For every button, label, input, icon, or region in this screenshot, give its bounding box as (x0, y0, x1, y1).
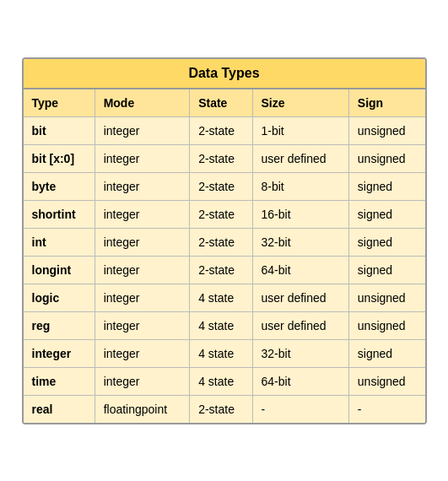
cell-size: 64-bit (252, 256, 348, 284)
cell-type: time (24, 367, 95, 395)
cell-type: longint (24, 256, 95, 284)
header-size: Size (252, 89, 348, 117)
cell-type: real (24, 395, 95, 423)
cell-sign: signed (348, 256, 424, 284)
cell-mode: integer (94, 116, 190, 144)
cell-size: - (252, 395, 348, 423)
cell-size: 8-bit (252, 172, 348, 200)
cell-sign: signed (348, 228, 424, 256)
cell-state: 4 state (190, 284, 252, 311)
cell-type: bit (24, 116, 95, 144)
table-row: byteinteger2-state8-bitsigned (24, 172, 425, 200)
cell-state: 2-state (190, 172, 252, 200)
table-row: reginteger4 stateuser definedunsigned (24, 311, 425, 339)
table-row: realfloatingpoint2-state-- (24, 395, 425, 423)
table-row: timeinteger4 state64-bitunsigned (24, 367, 425, 395)
cell-state: 2-state (190, 144, 252, 172)
table-title: Data Types (24, 59, 425, 89)
table-row: bitinteger2-state1-bitunsigned (24, 116, 425, 144)
cell-mode: integer (94, 200, 190, 228)
header-type: Type (24, 89, 95, 117)
cell-sign: signed (348, 200, 424, 228)
cell-mode: floatingpoint (94, 395, 190, 423)
cell-state: 2-state (190, 200, 252, 228)
header-state: State (190, 89, 252, 117)
cell-type: byte (24, 172, 95, 200)
cell-sign: unsigned (348, 116, 424, 144)
cell-state: 2-state (190, 395, 252, 423)
cell-sign: signed (348, 172, 424, 200)
header-sign: Sign (348, 89, 424, 117)
table-row: bit [x:0]integer2-stateuser definedunsig… (24, 144, 425, 172)
cell-sign: unsigned (348, 284, 424, 311)
cell-state: 4 state (190, 367, 252, 395)
cell-sign: unsigned (348, 311, 424, 339)
cell-mode: integer (94, 144, 190, 172)
cell-type: int (24, 228, 95, 256)
table-row: logicinteger4 stateuser definedunsigned (24, 284, 425, 311)
cell-size: 16-bit (252, 200, 348, 228)
table-title-row: Data Types (24, 59, 425, 89)
cell-sign: signed (348, 339, 424, 367)
cell-size: user defined (252, 284, 348, 311)
cell-type: reg (24, 311, 95, 339)
table-row: integerinteger4 state32-bitsigned (24, 339, 425, 367)
cell-size: 64-bit (252, 367, 348, 395)
table-row: intinteger2-state32-bitsigned (24, 228, 425, 256)
cell-state: 2-state (190, 228, 252, 256)
cell-mode: integer (94, 339, 190, 367)
cell-type: logic (24, 284, 95, 311)
cell-size: 32-bit (252, 339, 348, 367)
cell-state: 2-state (190, 116, 252, 144)
cell-size: 32-bit (252, 228, 348, 256)
cell-mode: integer (94, 367, 190, 395)
table-row: shortintinteger2-state16-bitsigned (24, 200, 425, 228)
cell-sign: - (348, 395, 424, 423)
cell-size: user defined (252, 144, 348, 172)
cell-sign: unsigned (348, 144, 424, 172)
cell-size: 1-bit (252, 116, 348, 144)
cell-type: shortint (24, 200, 95, 228)
cell-size: user defined (252, 311, 348, 339)
cell-sign: unsigned (348, 367, 424, 395)
table-row: longintinteger2-state64-bitsigned (24, 256, 425, 284)
cell-mode: integer (94, 284, 190, 311)
cell-type: bit [x:0] (24, 144, 95, 172)
cell-state: 4 state (190, 339, 252, 367)
cell-type: integer (24, 339, 95, 367)
cell-mode: integer (94, 172, 190, 200)
header-mode: Mode (94, 89, 190, 117)
cell-mode: integer (94, 256, 190, 284)
cell-state: 2-state (190, 256, 252, 284)
cell-state: 4 state (190, 311, 252, 339)
cell-mode: integer (94, 228, 190, 256)
table-header-row: Type Mode State Size Sign (24, 89, 425, 117)
data-types-table: Data Types Type Mode State Size Sign bit… (22, 57, 427, 424)
cell-mode: integer (94, 311, 190, 339)
